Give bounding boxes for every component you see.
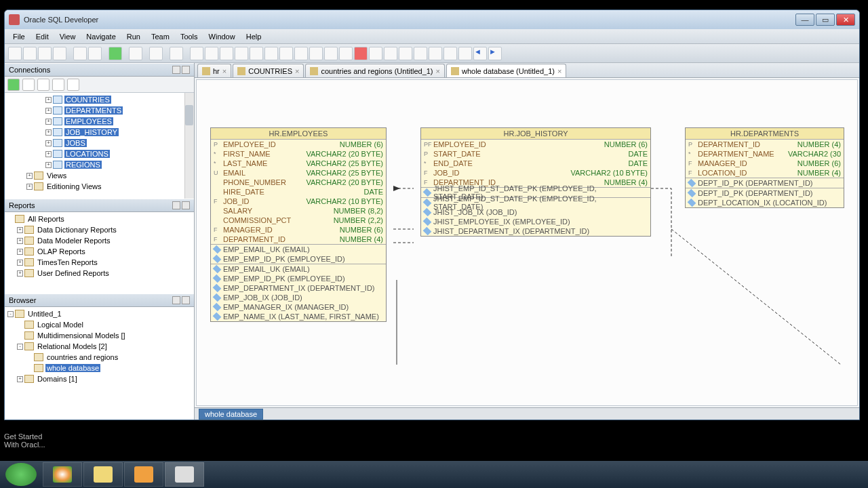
- tb-2[interactable]: [220, 47, 233, 60]
- tab-countries-and-regions-(Untitled_1)[interactable]: countries and regions (Untitled_1)×: [305, 64, 445, 77]
- conn-tb-3[interactable]: [37, 79, 50, 91]
- titlebar[interactable]: Oracle SQL Developer — ▭ ✕: [5, 10, 859, 29]
- minimize-button[interactable]: —: [795, 14, 814, 26]
- erd-column[interactable]: FMANAGER_IDNUMBER (6): [211, 225, 386, 235]
- diagram-canvas[interactable]: HR.EMPLOYEESPEMPLOYEE_IDNUMBER (6)*FIRST…: [196, 79, 858, 406]
- menu-run[interactable]: Run: [121, 31, 146, 42]
- erd-index[interactable]: EMP_EMP_ID_PK (EMPLOYEE_ID): [211, 274, 386, 283]
- tb-6[interactable]: [279, 47, 293, 60]
- menu-tools[interactable]: Tools: [175, 31, 203, 42]
- erd-column[interactable]: PHONE_NUMBERVARCHAR2 (20 BYTE): [211, 178, 386, 187]
- taskbar-explorer[interactable]: [83, 462, 123, 487]
- expand-icon[interactable]: +: [45, 151, 52, 157]
- cursor-icon[interactable]: [190, 47, 203, 60]
- erd-column[interactable]: FMANAGER_IDNUMBER (6): [686, 159, 844, 168]
- erd-index[interactable]: EMP_MANAGER_IX (MANAGER_ID): [211, 302, 386, 312]
- erd-index[interactable]: DEPT_ID_PK (DEPARTMENT_ID): [686, 188, 844, 198]
- sql-icon[interactable]: [149, 47, 163, 60]
- expand-icon[interactable]: -: [17, 344, 23, 350]
- tree-item[interactable]: +TimesTen Reports: [5, 257, 194, 268]
- erd-column[interactable]: HIRE_DATEDATE: [211, 187, 386, 197]
- expand-icon[interactable]: +: [45, 129, 52, 136]
- tree-item[interactable]: -Untitled_1: [5, 308, 194, 319]
- tb-7[interactable]: [294, 47, 308, 60]
- menu-team[interactable]: Team: [146, 31, 175, 42]
- tree-item[interactable]: +COUNTRIES: [5, 94, 194, 105]
- erd-column[interactable]: PDEPARTMENT_IDNUMBER (4): [686, 140, 844, 149]
- reports-tree[interactable]: All Reports+Data Dictionary Reports+Data…: [5, 212, 194, 293]
- erd-column[interactable]: UEMAILVARCHAR2 (25 BYTE): [211, 168, 386, 178]
- status-tab[interactable]: whole database: [199, 409, 263, 420]
- erd-column[interactable]: PSTART_DATEDATE: [421, 149, 650, 159]
- erd-column[interactable]: *LAST_NAMEVARCHAR2 (25 BYTE): [211, 159, 386, 168]
- erd-column[interactable]: *DEPARTMENT_NAMEVARCHAR2 (30: [686, 149, 844, 159]
- open-icon[interactable]: [23, 47, 37, 60]
- panel-max-icon[interactable]: [182, 296, 190, 304]
- close-icon[interactable]: ×: [436, 67, 440, 75]
- erd-column[interactable]: PEMPLOYEE_IDNUMBER (6): [211, 140, 386, 149]
- tree-item[interactable]: +REGIONS: [5, 159, 194, 170]
- expand-icon[interactable]: +: [45, 108, 52, 114]
- expand-icon[interactable]: +: [17, 270, 23, 277]
- erd-index[interactable]: EMP_DEPARTMENT_IX (DEPARTMENT_ID): [211, 283, 386, 293]
- save-icon[interactable]: [38, 47, 52, 60]
- tree-item[interactable]: +OLAP Reports: [5, 246, 194, 257]
- expand-icon[interactable]: +: [45, 119, 52, 125]
- tree-item[interactable]: +User Defined Reports: [5, 268, 194, 279]
- tree-item[interactable]: -Relational Models [2]: [5, 341, 194, 352]
- tab-hr[interactable]: hr×: [197, 64, 231, 77]
- browser-header[interactable]: Browser: [5, 293, 194, 307]
- taskbar[interactable]: [0, 461, 868, 488]
- menu-navigate[interactable]: Navigate: [81, 31, 121, 42]
- undo-icon[interactable]: [73, 47, 87, 60]
- tree-item[interactable]: Multidimensional Models []: [5, 330, 194, 341]
- erd-column[interactable]: FJOB_IDVARCHAR2 (10 BYTE): [421, 168, 650, 178]
- panel-max-icon[interactable]: [182, 66, 190, 74]
- taskbar-chrome[interactable]: [43, 462, 82, 487]
- expand-icon[interactable]: +: [17, 249, 23, 255]
- reports-header[interactable]: Reports: [5, 199, 194, 212]
- nav-icon[interactable]: [129, 47, 142, 60]
- menu-window[interactable]: Window: [203, 31, 241, 42]
- expand-icon[interactable]: +: [17, 227, 23, 233]
- new-icon[interactable]: [8, 47, 22, 60]
- erd-index[interactable]: EMP_NAME_IX (LAST_NAME, FIRST_NAME): [211, 312, 386, 321]
- erd-index[interactable]: JHIST_EMPLOYEE_IX (EMPLOYEE_ID): [421, 217, 650, 226]
- tab-COUNTRIES[interactable]: COUNTRIES×: [233, 64, 304, 77]
- start-button[interactable]: [5, 463, 37, 486]
- erd-index[interactable]: DEPT_LOCATION_IX (LOCATION_ID): [686, 198, 844, 207]
- saveall-icon[interactable]: [53, 47, 66, 60]
- erd-index[interactable]: JHIST_JOB_IX (JOB_ID): [421, 207, 650, 217]
- panel-min-icon[interactable]: [172, 296, 180, 304]
- erd-index[interactable]: EMP_EMAIL_UK (EMAIL): [211, 245, 386, 254]
- expand-icon[interactable]: +: [17, 376, 23, 382]
- connections-header[interactable]: Connections: [5, 63, 194, 77]
- expand-icon[interactable]: +: [45, 162, 52, 168]
- panel-min-icon[interactable]: [172, 201, 180, 209]
- browser-tree[interactable]: -Untitled_1Logical ModelMultidimensional…: [5, 307, 194, 420]
- expand-icon[interactable]: +: [26, 173, 33, 179]
- back-icon[interactable]: ◄: [473, 47, 487, 60]
- tb-18[interactable]: [458, 47, 472, 60]
- expand-icon[interactable]: +: [26, 184, 33, 190]
- expand-icon[interactable]: +: [17, 238, 23, 244]
- close-icon[interactable]: ×: [222, 67, 226, 75]
- tree-item[interactable]: +LOCATIONS: [5, 148, 194, 159]
- close-button[interactable]: ✕: [836, 14, 855, 26]
- close-icon[interactable]: ×: [295, 67, 299, 75]
- menu-help[interactable]: Help: [241, 31, 267, 42]
- tb-15[interactable]: [414, 47, 427, 60]
- erd-departments[interactable]: HR.DEPARTMENTSPDEPARTMENT_IDNUMBER (4)*D…: [685, 127, 844, 208]
- tree-item[interactable]: +Data Modeler Reports: [5, 235, 194, 246]
- tree-item[interactable]: +Data Dictionary Reports: [5, 224, 194, 235]
- connections-tree[interactable]: +COUNTRIES+DEPARTMENTS+EMPLOYEES+JOB_HIS…: [5, 93, 194, 199]
- tb-9[interactable]: [324, 47, 338, 60]
- run-icon[interactable]: [108, 47, 122, 60]
- erd-column[interactable]: *END_DATEDATE: [421, 159, 650, 168]
- tree-item[interactable]: +JOB_HISTORY: [5, 127, 194, 138]
- erd-column[interactable]: FLOCATION_IDNUMBER (4): [686, 168, 844, 178]
- panel-max-icon[interactable]: [182, 201, 190, 209]
- maximize-button[interactable]: ▭: [816, 14, 835, 26]
- tree-item[interactable]: +DEPARTMENTS: [5, 105, 194, 116]
- close-icon[interactable]: ×: [557, 67, 561, 75]
